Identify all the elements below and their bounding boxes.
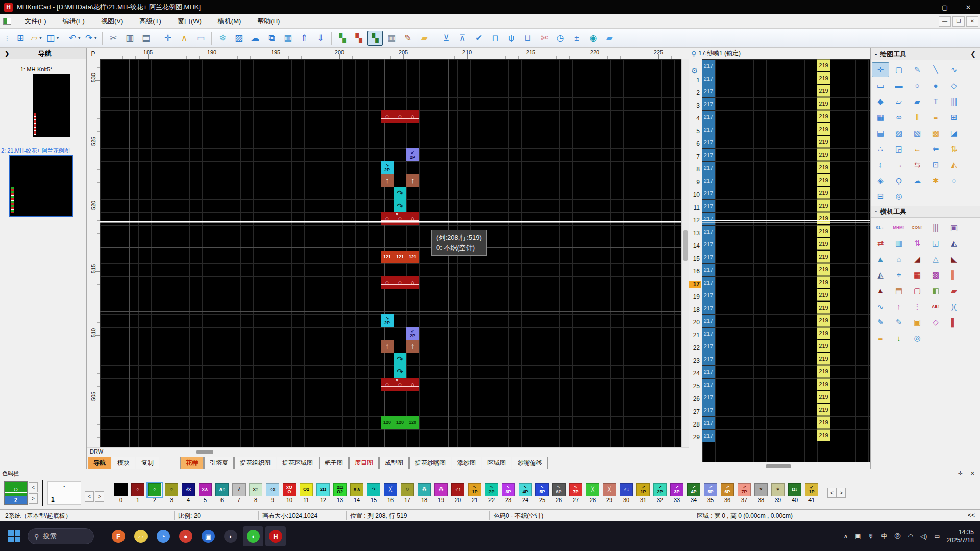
stitch-cell-curl[interactable]: ↷ bbox=[394, 187, 406, 199]
swatch-scroll-left[interactable]: < bbox=[85, 491, 94, 502]
redo-button[interactable]: ↷▼ bbox=[84, 31, 99, 46]
dropdown-arrow-icon[interactable]: ▼ bbox=[93, 36, 97, 40]
machine-tool-stripe-block-icon[interactable]: ▰ bbox=[945, 283, 963, 298]
draw-tool-ellipse-outline-icon[interactable]: ○ bbox=[909, 78, 926, 93]
machine-tool-photo-block-icon[interactable]: ▣ bbox=[909, 315, 926, 330]
panel-collapse-icon[interactable]: ❮ bbox=[970, 50, 976, 58]
stitch-cell-arrow[interactable]: ↑ bbox=[381, 340, 394, 353]
yarn-row-number[interactable]: 24 bbox=[689, 370, 701, 377]
yarn-row-number[interactable]: 17 bbox=[689, 281, 701, 288]
draw-tool-find-replace-icon[interactable]: ✱ bbox=[927, 173, 944, 188]
yarn-left-value-cell[interactable]: 217 bbox=[702, 417, 715, 429]
yarn-right-value-cell[interactable]: 219 bbox=[817, 85, 830, 97]
stitch-cell-n121[interactable]: 121 bbox=[394, 251, 406, 263]
stitch-cell-n120[interactable]: 120 bbox=[406, 416, 419, 429]
yarn-right-value-cell[interactable]: 219 bbox=[817, 340, 830, 352]
view-tab-3[interactable]: 提花区域图 bbox=[277, 457, 318, 469]
yarn-left-value-cell[interactable]: 217 bbox=[702, 98, 715, 110]
yarn-left-value-cell[interactable]: 217 bbox=[702, 340, 715, 353]
machine-tool-download-green-icon[interactable]: ↓ bbox=[890, 331, 908, 345]
color-swatch-22[interactable]: ↖ 2P22 bbox=[483, 483, 500, 503]
gauge-tool-button[interactable]: ◷ bbox=[553, 31, 568, 46]
color-swatch-13[interactable]: 2Ω O213 bbox=[332, 483, 348, 503]
wifi-icon[interactable]: ◠ bbox=[908, 533, 913, 540]
machine-tool-triple-bars-icon[interactable]: ▥ bbox=[890, 236, 908, 251]
machine-tool-wave-block-icon[interactable]: ∿ bbox=[872, 299, 889, 314]
stitch-cell-tuck[interactable]: ○ bbox=[381, 276, 394, 289]
yarn-left-value-cell[interactable]: 217 bbox=[702, 353, 715, 365]
yarn-left-value-cell[interactable]: 217 bbox=[702, 174, 715, 187]
needle-tool-1-button[interactable]: ⊻ bbox=[438, 31, 454, 46]
yarn-right-value-cell[interactable]: 219 bbox=[817, 302, 830, 314]
yarn-left-value-cell[interactable]: 217 bbox=[702, 264, 715, 276]
taskbar-clock[interactable]: 14:352025/7/18 bbox=[947, 528, 974, 544]
volume-icon[interactable]: ◁) bbox=[920, 533, 927, 540]
firefox-taskbar-icon[interactable]: F bbox=[108, 526, 129, 546]
stitch-cell-arrow[interactable]: ↑ bbox=[406, 174, 419, 187]
draw-tool-extend-left-icon[interactable]: ← bbox=[909, 141, 926, 156]
draw-tool-insert-grid-icon[interactable]: ▦ bbox=[872, 110, 889, 124]
menu-item-4[interactable]: 窗口(W) bbox=[169, 15, 210, 28]
pattern-view-1-button[interactable]: ▚ bbox=[335, 31, 350, 46]
yarn-left-value-cell[interactable]: 217 bbox=[702, 430, 715, 442]
status-collapse[interactable]: << bbox=[968, 512, 975, 519]
machine-tool-half-chart-icon[interactable]: ◧ bbox=[927, 283, 944, 298]
draw-tool-polygon-outline-icon[interactable]: ▱ bbox=[890, 94, 908, 109]
draw-tool-curve-icon[interactable]: ∿ bbox=[945, 62, 963, 77]
gear-icon[interactable]: ⚙ bbox=[691, 66, 699, 76]
color-swatch-23[interactable]: ↖ 3P23 bbox=[500, 483, 517, 503]
yarn-left-value-cell[interactable]: 217 bbox=[702, 136, 715, 148]
curve-tool-button[interactable]: ∧ bbox=[177, 31, 192, 46]
stitch-cell-n120[interactable]: 120 bbox=[394, 416, 406, 429]
yarn-left-value-cell[interactable]: 217 bbox=[702, 123, 715, 136]
color-swatch-10[interactable]: xO O10 bbox=[281, 483, 298, 503]
yarn-row-number[interactable]: 12 bbox=[689, 217, 701, 224]
draw-tool-bead-tool-icon[interactable]: ∞ bbox=[890, 110, 908, 124]
yarn-row-number[interactable]: 25 bbox=[689, 383, 701, 390]
stitch-cell-tuck[interactable]: ○ bbox=[406, 378, 419, 391]
stitch-cell-n121[interactable]: 121 bbox=[381, 251, 394, 263]
yarn-row-number[interactable]: 7 bbox=[689, 153, 701, 160]
undo-button[interactable]: ↶▼ bbox=[67, 31, 83, 46]
open-file-button[interactable]: ▱▼ bbox=[29, 31, 44, 46]
pin-icon[interactable]: ✛ bbox=[958, 470, 963, 477]
yarn-left-value-cell[interactable]: 217 bbox=[702, 404, 715, 416]
yarn-right-value-cell[interactable]: 219 bbox=[817, 314, 830, 327]
yarn-right-value-cell[interactable]: 219 bbox=[817, 174, 830, 186]
yarn-row-number[interactable]: 15 bbox=[689, 255, 701, 262]
yarn-left-value-cell[interactable]: 217 bbox=[702, 85, 715, 97]
pattern-thumb-label-1[interactable]: 1: MH-Knit5* bbox=[20, 66, 52, 72]
sidebar-collapse-icon[interactable]: ❯ bbox=[4, 49, 10, 57]
snowflake-button[interactable]: ❄ bbox=[215, 31, 230, 46]
color-swatch-24[interactable]: ↖ 4P24 bbox=[517, 483, 533, 503]
yarn-left-value-cell[interactable]: 217 bbox=[702, 391, 715, 404]
machine-tool-mhm-raise-icon[interactable]: MHM↑ bbox=[890, 220, 908, 235]
dropdown-arrow-icon[interactable]: ▼ bbox=[56, 36, 60, 40]
draw-tool-merge-right-icon[interactable]: → bbox=[890, 157, 908, 172]
yarn-row-number[interactable]: 6 bbox=[689, 140, 701, 147]
machine-tool-divide-rows-icon[interactable]: ÷ bbox=[890, 267, 908, 282]
start-button[interactable] bbox=[8, 530, 20, 542]
machine-tool-pattern-rug-icon[interactable]: ▩ bbox=[927, 267, 944, 282]
machine-tool-diamond-outline-pink-icon[interactable]: ◇ bbox=[927, 315, 944, 330]
draw-tool-slope-fill-icon[interactable]: ◭ bbox=[945, 157, 963, 172]
yarn-left-value-cell[interactable]: 217 bbox=[702, 72, 715, 85]
folder-blue-button[interactable]: ▰ bbox=[602, 31, 617, 46]
swatch-nav-right[interactable]: > bbox=[837, 488, 846, 498]
machine-tool-page-copy-icon[interactable]: ▢ bbox=[909, 283, 926, 298]
yarn-row-number[interactable]: 8 bbox=[689, 166, 701, 173]
menu-item-6[interactable]: 帮助(H) bbox=[249, 15, 288, 28]
color-swatch-26[interactable]: ↖ 6P26 bbox=[551, 483, 567, 503]
menu-item-2[interactable]: 视图(V) bbox=[93, 15, 131, 28]
machine-tool-ab-raise-icon[interactable]: AB↑ bbox=[927, 299, 944, 314]
stitch-cell-curl[interactable]: ↷ bbox=[394, 353, 406, 365]
yarn-right-value-cell[interactable]: 219 bbox=[817, 238, 830, 250]
draw-tool-fill-bucket-border-icon[interactable]: ▧ bbox=[909, 126, 926, 140]
stitch-cell-p2b[interactable]: ↙ 2P bbox=[406, 327, 419, 340]
color-swatch-40[interactable]: Ω↓40 bbox=[787, 483, 803, 503]
machine-tool-mhm-up-2-icon[interactable]: ↑ bbox=[890, 299, 908, 314]
draw-tools-header[interactable]: - 绘图工具 ❮ bbox=[871, 48, 980, 60]
child-minimize-button[interactable]: — bbox=[939, 16, 951, 27]
yarn-row-number[interactable]: 10 bbox=[689, 191, 701, 198]
yarn-row-number[interactable]: 1 bbox=[689, 77, 701, 84]
